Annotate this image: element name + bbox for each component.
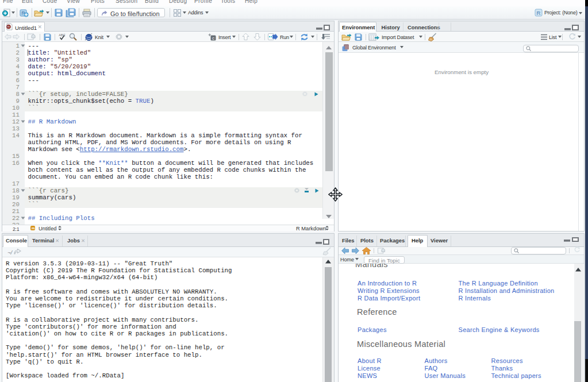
svg-text:m: m (7, 25, 10, 28)
svg-text:R: R (537, 10, 541, 16)
svg-text:c: c (212, 36, 214, 41)
